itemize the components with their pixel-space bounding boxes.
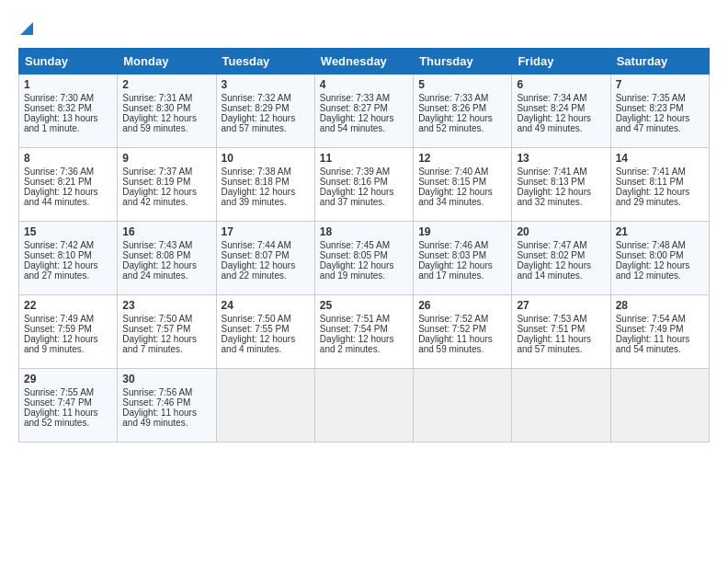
weekday-header-monday: Monday bbox=[118, 49, 216, 75]
cell-line: and 22 minutes. bbox=[222, 270, 310, 281]
calendar-cell: 8Sunrise: 7:36 AMSunset: 8:21 PMDaylight… bbox=[19, 148, 118, 222]
cell-line: and 44 minutes. bbox=[24, 197, 112, 207]
cell-line: Daylight: 12 hours bbox=[418, 187, 506, 197]
calendar-cell: 1Sunrise: 7:30 AMSunset: 8:32 PMDaylight… bbox=[19, 75, 118, 148]
cell-line: and 12 minutes. bbox=[616, 270, 704, 281]
cell-line: Daylight: 11 hours bbox=[616, 334, 704, 344]
calendar-cell: 22Sunrise: 7:49 AMSunset: 7:59 PMDayligh… bbox=[19, 295, 118, 369]
cell-line: Daylight: 12 hours bbox=[122, 187, 210, 197]
cell-line: and 24 minutes. bbox=[122, 270, 210, 281]
calendar-table: SundayMondayTuesdayWednesdayThursdayFrid… bbox=[18, 48, 710, 442]
calendar-week-row: 8Sunrise: 7:36 AMSunset: 8:21 PMDaylight… bbox=[19, 148, 710, 222]
cell-line: Sunset: 8:27 PM bbox=[320, 103, 408, 113]
day-number: 25 bbox=[320, 299, 408, 312]
weekday-header-sunday: Sunday bbox=[19, 49, 118, 75]
day-number: 3 bbox=[222, 78, 310, 91]
calendar-cell: 2Sunrise: 7:31 AMSunset: 8:30 PMDaylight… bbox=[118, 75, 216, 148]
cell-line: Sunrise: 7:55 AM bbox=[24, 387, 112, 397]
day-number: 8 bbox=[24, 152, 112, 165]
cell-line: and 34 minutes. bbox=[418, 197, 506, 207]
cell-line: Daylight: 12 hours bbox=[320, 334, 408, 344]
cell-line: Sunrise: 7:48 AM bbox=[616, 240, 704, 250]
cell-line: Daylight: 12 hours bbox=[24, 334, 112, 344]
day-number: 9 bbox=[122, 152, 210, 165]
cell-line: Sunset: 8:30 PM bbox=[122, 103, 210, 113]
calendar-cell: 28Sunrise: 7:54 AMSunset: 7:49 PMDayligh… bbox=[610, 295, 709, 369]
cell-line: Sunrise: 7:31 AM bbox=[122, 93, 210, 103]
cell-line: and 37 minutes. bbox=[320, 197, 408, 207]
calendar-week-row: 1Sunrise: 7:30 AMSunset: 8:32 PMDaylight… bbox=[19, 75, 710, 148]
cell-line: and 32 minutes. bbox=[517, 197, 605, 207]
cell-line: Sunrise: 7:30 AM bbox=[24, 93, 112, 103]
cell-line: Sunset: 7:59 PM bbox=[24, 324, 112, 334]
cell-line: and 52 minutes. bbox=[418, 123, 506, 133]
cell-line: Daylight: 12 hours bbox=[122, 113, 210, 123]
cell-line: Sunrise: 7:41 AM bbox=[517, 167, 605, 177]
cell-line: Sunrise: 7:52 AM bbox=[418, 314, 506, 324]
cell-line: and 59 minutes. bbox=[122, 123, 210, 133]
cell-line: and 17 minutes. bbox=[418, 270, 506, 281]
cell-line: Sunset: 8:08 PM bbox=[122, 250, 210, 260]
calendar-cell: 10Sunrise: 7:38 AMSunset: 8:18 PMDayligh… bbox=[216, 148, 314, 222]
calendar-cell: 20Sunrise: 7:47 AMSunset: 8:02 PMDayligh… bbox=[512, 222, 610, 295]
calendar-cell: 25Sunrise: 7:51 AMSunset: 7:54 PMDayligh… bbox=[314, 295, 413, 369]
cell-line: Daylight: 12 hours bbox=[122, 260, 210, 270]
cell-line: Sunset: 7:57 PM bbox=[122, 324, 210, 334]
cell-line: Daylight: 12 hours bbox=[616, 187, 704, 197]
cell-line: Sunrise: 7:54 AM bbox=[616, 314, 704, 324]
cell-line: and 27 minutes. bbox=[24, 270, 112, 281]
day-number: 21 bbox=[616, 225, 704, 238]
calendar-cell: 14Sunrise: 7:41 AMSunset: 8:11 PMDayligh… bbox=[610, 148, 709, 222]
cell-line: and 54 minutes. bbox=[616, 344, 704, 354]
cell-line: Sunset: 8:24 PM bbox=[517, 103, 605, 113]
cell-line: Sunrise: 7:51 AM bbox=[320, 314, 408, 324]
calendar-cell bbox=[314, 369, 413, 442]
weekday-header-friday: Friday bbox=[512, 49, 610, 75]
cell-line: Sunrise: 7:43 AM bbox=[122, 240, 210, 250]
cell-line: Sunrise: 7:33 AM bbox=[418, 93, 506, 103]
calendar-cell: 9Sunrise: 7:37 AMSunset: 8:19 PMDaylight… bbox=[118, 148, 216, 222]
cell-line: and 52 minutes. bbox=[24, 418, 112, 428]
day-number: 7 bbox=[616, 78, 704, 91]
cell-line: Daylight: 12 hours bbox=[616, 260, 704, 270]
calendar-cell: 17Sunrise: 7:44 AMSunset: 8:07 PMDayligh… bbox=[216, 222, 314, 295]
cell-line: Sunrise: 7:53 AM bbox=[517, 314, 605, 324]
cell-line: Daylight: 11 hours bbox=[122, 408, 210, 418]
day-number: 10 bbox=[222, 152, 310, 165]
header bbox=[18, 18, 710, 39]
cell-line: and 57 minutes. bbox=[517, 344, 605, 354]
calendar-cell: 21Sunrise: 7:48 AMSunset: 8:00 PMDayligh… bbox=[610, 222, 709, 295]
weekday-header-tuesday: Tuesday bbox=[216, 49, 314, 75]
calendar-cell bbox=[610, 369, 709, 442]
calendar-cell: 29Sunrise: 7:55 AMSunset: 7:47 PMDayligh… bbox=[19, 369, 118, 442]
cell-line: and 59 minutes. bbox=[418, 344, 506, 354]
cell-line: Sunset: 8:10 PM bbox=[24, 250, 112, 260]
calendar-cell bbox=[414, 369, 512, 442]
day-number: 11 bbox=[320, 152, 408, 165]
cell-line: Daylight: 12 hours bbox=[320, 187, 408, 197]
day-number: 27 bbox=[517, 299, 605, 312]
cell-line: and 57 minutes. bbox=[222, 123, 310, 133]
cell-line: Daylight: 12 hours bbox=[320, 113, 408, 123]
cell-line: and 1 minute. bbox=[24, 123, 112, 133]
cell-line: Daylight: 12 hours bbox=[24, 187, 112, 197]
cell-line: Daylight: 12 hours bbox=[616, 113, 704, 123]
day-number: 20 bbox=[517, 225, 605, 238]
logo-triangle-icon bbox=[20, 18, 33, 39]
svg-marker-0 bbox=[20, 22, 33, 35]
day-number: 26 bbox=[418, 299, 506, 312]
cell-line: Sunset: 8:15 PM bbox=[418, 177, 506, 187]
day-number: 2 bbox=[122, 78, 210, 91]
cell-line: Sunrise: 7:45 AM bbox=[320, 240, 408, 250]
cell-line: Daylight: 12 hours bbox=[517, 113, 605, 123]
day-number: 23 bbox=[122, 299, 210, 312]
cell-line: Daylight: 12 hours bbox=[24, 260, 112, 270]
calendar-week-row: 22Sunrise: 7:49 AMSunset: 7:59 PMDayligh… bbox=[19, 295, 710, 369]
day-number: 1 bbox=[24, 78, 112, 91]
day-number: 6 bbox=[517, 78, 605, 91]
cell-line: and 49 minutes. bbox=[517, 123, 605, 133]
weekday-header-thursday: Thursday bbox=[414, 49, 512, 75]
cell-line: Sunrise: 7:50 AM bbox=[122, 314, 210, 324]
cell-line: Sunrise: 7:49 AM bbox=[24, 314, 112, 324]
day-number: 14 bbox=[616, 152, 704, 165]
